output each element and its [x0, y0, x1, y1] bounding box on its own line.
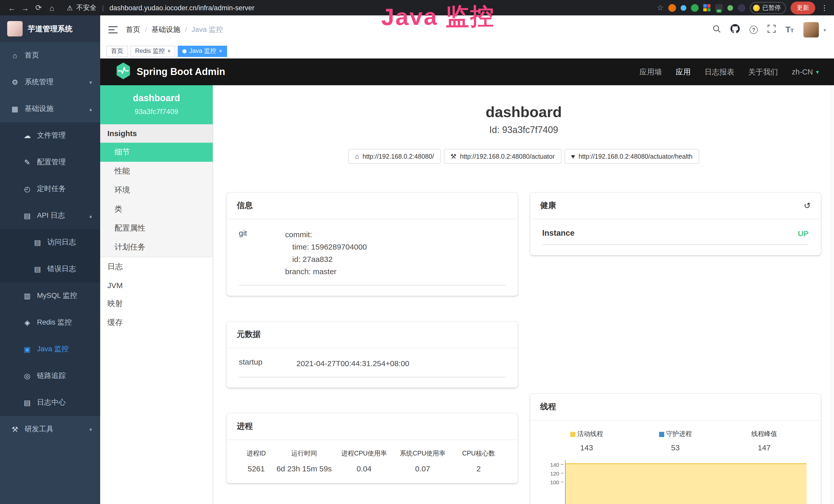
- sba-menu-item-scheduled-tasks[interactable]: 计划任务: [100, 238, 213, 257]
- sba-menu-item-caches[interactable]: 缓存: [100, 313, 213, 332]
- sidebar-item-tracing[interactable]: ◎ 链路追踪: [0, 363, 100, 389]
- chart-y-axis: 140 120 100: [542, 460, 565, 504]
- help-icon[interactable]: ?: [749, 26, 758, 34]
- sidebar-item-home[interactable]: ⌂ 首页: [0, 42, 100, 69]
- instance-link-actuator[interactable]: ⚒ http://192.168.0.2:48080/actuator: [444, 149, 562, 164]
- hamburger-button[interactable]: [108, 26, 118, 33]
- kv-key: git: [239, 229, 285, 278]
- sidebar-item-api-logs[interactable]: ▤ API 日志 ▴: [0, 202, 100, 229]
- error-log-icon: ▤: [33, 265, 42, 273]
- sba-menu-item-logs[interactable]: 日志: [100, 257, 213, 276]
- scrollbar-track[interactable]: [831, 85, 834, 504]
- extension-icon[interactable]: [691, 4, 699, 12]
- tab-close-icon[interactable]: ×: [168, 48, 171, 54]
- github-icon[interactable]: [730, 24, 740, 36]
- extension-icon[interactable]: [703, 4, 710, 11]
- sidebar-item-scheduled-jobs[interactable]: ◴ 定时任务: [0, 176, 100, 202]
- sba-insights-group: 细节 性能 环境 类 配置属性 计划任务: [100, 143, 213, 257]
- legend-daemon-threads: 守护进程: [631, 430, 720, 438]
- breadcrumb-item-section[interactable]: 基础设施: [152, 25, 180, 35]
- sidebar-item-redis-monitor[interactable]: ◈ Redis 监控: [0, 309, 100, 336]
- browser-forward-button[interactable]: →: [19, 3, 32, 12]
- chart-area-live-threads: [565, 463, 807, 504]
- sidebar-item-mysql-monitor[interactable]: ▥ MySQL 监控: [0, 282, 100, 309]
- app-logo: 芋道管理系统: [0, 16, 100, 42]
- sba-menu-item-metrics[interactable]: 性能: [100, 162, 213, 181]
- status-up-badge: UP: [798, 229, 809, 237]
- process-value: 0.04: [335, 464, 393, 473]
- process-col-header: 进程CPU使用率: [335, 449, 393, 464]
- browser-menu-icon[interactable]: ⋮: [820, 4, 829, 12]
- sba-menu-item-config-props[interactable]: 配置属性: [100, 219, 213, 238]
- avatar-caret-icon: ▾: [824, 27, 826, 32]
- tabs-bar: 首页 Redis 监控 × Java 监控 ×: [100, 44, 834, 59]
- breadcrumb-item-home[interactable]: 首页: [126, 25, 140, 35]
- sba-content: dashboard Id: 93a3fc7f7409 ⌂ http://192.…: [213, 85, 834, 504]
- extension-icon[interactable]: [727, 5, 733, 10]
- warning-icon: ⚠: [67, 4, 73, 12]
- heart-icon: ♥: [571, 153, 575, 160]
- sba-nav-journal[interactable]: 日志报表: [705, 67, 734, 77]
- sba-brand[interactable]: Spring Boot Admin: [137, 66, 225, 77]
- gear-icon: ⚙: [10, 78, 20, 86]
- sidebar-item-dev-tools[interactable]: ⚒ 研发工具 ▾: [0, 416, 100, 443]
- browser-refresh-button[interactable]: ⟳: [32, 3, 45, 12]
- sba-menu-item-environment[interactable]: 环境: [100, 181, 213, 200]
- infrastructure-icon: ▦: [10, 105, 20, 113]
- bookmark-star-icon[interactable]: ☆: [657, 3, 664, 12]
- sidebar-item-log-center[interactable]: ▤ 日志中心: [0, 389, 100, 416]
- extension-icon[interactable]: [681, 5, 686, 10]
- sba-nav-wallboard[interactable]: 应用墙: [640, 67, 662, 77]
- sba-menu-item-mappings[interactable]: 映射: [100, 294, 213, 313]
- chevron-down-icon: ▾: [89, 79, 92, 85]
- sba-instance-header[interactable]: dashboard 93a3fc7f7409: [100, 85, 213, 124]
- sidebar-item-infrastructure[interactable]: ▦ 基础设施 ▴: [0, 95, 100, 122]
- search-icon[interactable]: [712, 25, 721, 35]
- app-logo-avatar: [7, 21, 23, 37]
- process-col-header: 运行时间: [273, 449, 335, 464]
- font-size-icon[interactable]: TT: [786, 26, 794, 34]
- chart-ytick: 100: [542, 478, 563, 486]
- security-label: 不安全: [76, 3, 96, 12]
- sba-menu-item-jvm[interactable]: JVM: [100, 276, 213, 294]
- chevron-up-icon: ▴: [89, 213, 92, 219]
- tab-java-monitor[interactable]: Java 监控 ×: [178, 45, 227, 57]
- sidebar-item-config-management[interactable]: ✎ 配置管理: [0, 149, 100, 176]
- history-icon[interactable]: ↺: [804, 202, 811, 210]
- sba-menu-section-insights[interactable]: Insights: [100, 124, 213, 143]
- sidebar-item-error-logs[interactable]: ▤ 错误日志: [0, 256, 100, 282]
- sba-nav-about[interactable]: 关于我们: [748, 67, 778, 77]
- fullscreen-icon[interactable]: [767, 25, 776, 35]
- paused-badge[interactable]: 已暂停: [750, 2, 786, 14]
- extension-icon[interactable]: on: [715, 4, 723, 12]
- sidebar-item-system-management[interactable]: ⚙ 系统管理 ▾: [0, 69, 100, 95]
- browser-home-button[interactable]: ⌂: [45, 3, 59, 12]
- annotation-overlay: Java 监控: [381, 1, 495, 33]
- log-center-icon: ▤: [23, 398, 32, 407]
- extension-icon[interactable]: [668, 4, 676, 12]
- sba-menu-item-details[interactable]: 细节: [100, 143, 213, 162]
- tab-close-icon[interactable]: ×: [219, 48, 222, 54]
- address-url[interactable]: dashboard.yudao.iocoder.cn/infra/admin-s…: [109, 4, 254, 12]
- threads-chart: 140 120 100: [542, 460, 809, 504]
- sba-logo-icon[interactable]: [115, 62, 131, 82]
- tab-home[interactable]: 首页: [106, 45, 128, 57]
- locale-caret-icon: ▾: [816, 69, 819, 75]
- sidebar-item-file-management[interactable]: ☁ 文件管理: [0, 122, 100, 149]
- extension-icon[interactable]: [738, 4, 745, 12]
- tab-redis-monitor[interactable]: Redis 监控 ×: [130, 45, 175, 57]
- sidebar-item-java-monitor[interactable]: ▣ Java 监控: [0, 336, 100, 363]
- sba-nav-applications[interactable]: 应用: [676, 67, 691, 77]
- user-avatar[interactable]: [804, 22, 819, 38]
- instance-link-health[interactable]: ♥ http://192.168.0.2:48080/actuator/heal…: [564, 149, 699, 164]
- paused-emoji-icon: [753, 4, 760, 11]
- browser-back-button[interactable]: ←: [5, 3, 19, 12]
- card-threads: 线程 活动线程: [530, 394, 821, 504]
- sidebar-item-access-logs[interactable]: ▤ 访问日志: [0, 229, 100, 256]
- sba-locale-select[interactable]: zh-CN ▾: [792, 68, 819, 76]
- update-button[interactable]: 更新: [791, 1, 815, 14]
- sba-menu-item-classes[interactable]: 类: [100, 200, 213, 219]
- wrench-icon: ⚒: [451, 153, 456, 160]
- instance-link-root[interactable]: ⌂ http://192.168.0.2:48080/: [348, 149, 441, 164]
- address-bar[interactable]: ⚠ 不安全 | dashboard.yudao.iocoder.cn/infra…: [67, 3, 254, 12]
